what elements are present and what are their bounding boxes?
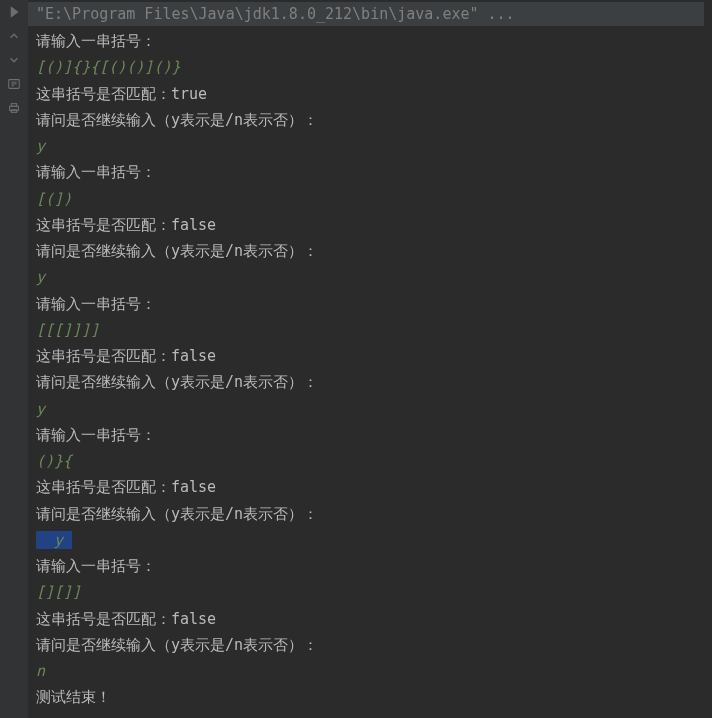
console-output-line: 请输入一串括号： bbox=[36, 553, 704, 579]
console-output[interactable]: "E:\Program Files\Java\jdk1.8.0_212\bin\… bbox=[28, 0, 712, 718]
console-input-line: [()]{}{[()()]()} bbox=[36, 54, 704, 80]
console-output-line: 这串括号是否匹配：false bbox=[36, 606, 704, 632]
console-output-line: 请问是否继续输入（y表示是/n表示否）： bbox=[36, 369, 704, 395]
console-input-line: [(]) bbox=[36, 186, 704, 212]
rerun-icon[interactable] bbox=[4, 2, 24, 22]
console-output-line: 请输入一串括号： bbox=[36, 28, 704, 54]
console-input-line: y bbox=[36, 396, 704, 422]
console-input-line: [[[]]]] bbox=[36, 317, 704, 343]
console-output-line: 请问是否继续输入（y表示是/n表示否）： bbox=[36, 632, 704, 658]
console-input-line: n bbox=[36, 658, 704, 684]
selected-text: y bbox=[36, 531, 72, 549]
console-output-line: 这串括号是否匹配：false bbox=[36, 343, 704, 369]
console-output-line: 请输入一串括号： bbox=[36, 422, 704, 448]
wrap-icon[interactable] bbox=[4, 74, 24, 94]
console-input-line: y bbox=[36, 527, 704, 553]
print-icon[interactable] bbox=[4, 98, 24, 118]
gutter bbox=[0, 0, 28, 718]
console-header: "E:\Program Files\Java\jdk1.8.0_212\bin\… bbox=[28, 2, 704, 26]
console-input-line: y bbox=[36, 264, 704, 290]
console-output-line: 请输入一串括号： bbox=[36, 291, 704, 317]
console-input-line: ()}{ bbox=[36, 448, 704, 474]
console-output-line: 这串括号是否匹配：false bbox=[36, 474, 704, 500]
console-output-line: 测试结束！ bbox=[36, 684, 704, 710]
console-output-line: 请问是否继续输入（y表示是/n表示否）： bbox=[36, 238, 704, 264]
scroll-up-icon[interactable] bbox=[4, 26, 24, 46]
console-output-line: 这串括号是否匹配：false bbox=[36, 212, 704, 238]
console-input-line: y bbox=[36, 133, 704, 159]
console-output-line: 请问是否继续输入（y表示是/n表示否）： bbox=[36, 501, 704, 527]
scroll-down-icon[interactable] bbox=[4, 50, 24, 70]
console-output-line: 这串括号是否匹配：true bbox=[36, 81, 704, 107]
svg-rect-2 bbox=[11, 104, 16, 107]
console-input-line: [][]] bbox=[36, 579, 704, 605]
console-output-line: 请问是否继续输入（y表示是/n表示否）： bbox=[36, 107, 704, 133]
console-output-line: 请输入一串括号： bbox=[36, 159, 704, 185]
